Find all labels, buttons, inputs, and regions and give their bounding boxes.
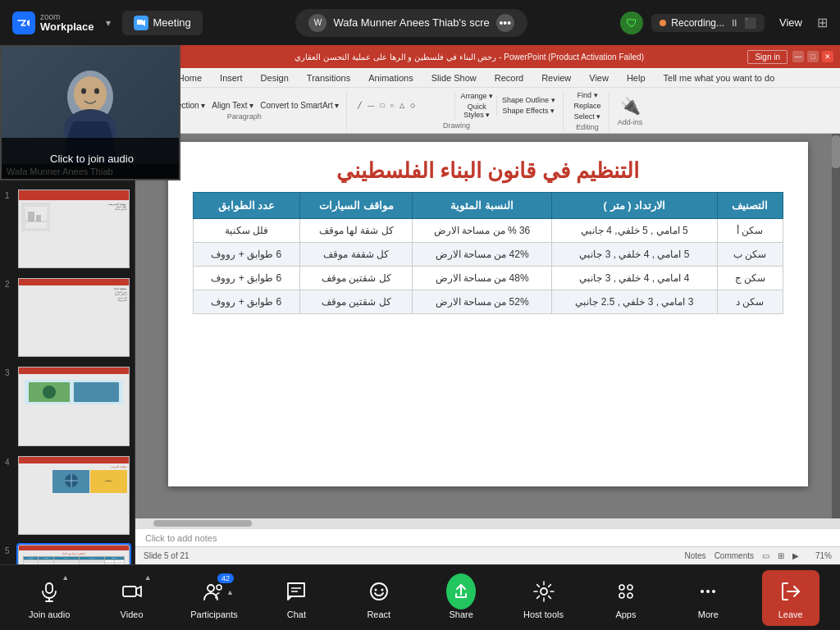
toolbar-share-icon-container <box>446 577 476 606</box>
toolbar-host-tools-icon-container <box>529 577 559 606</box>
slide-vertical-scrollbar[interactable] <box>832 134 840 518</box>
ribbon-shape-effects[interactable]: Shape Effects ▾ <box>500 106 558 116</box>
ppt-ribbon: Text Direction ▾ Align Text ▾ Convert to… <box>135 88 840 134</box>
toolbar-share[interactable]: Share <box>432 570 490 626</box>
bottom-toolbar: ▲ Join audio ▲ Video 42 ▲ Participants <box>0 564 840 630</box>
slide-1-thumb: توطئة التشريعية اطار البناءقانون البناء <box>18 189 130 268</box>
slide-thumbnails-container: 1 توطئة التشريعية اطار البناءقانون البنا… <box>3 186 131 564</box>
toolbar-video[interactable]: ▲ Video <box>103 570 161 626</box>
slide-thumbnail-3[interactable]: 3 <box>3 363 131 449</box>
ppt-view-outline[interactable]: ⊞ <box>778 551 784 560</box>
chat-label: Chat <box>287 609 306 619</box>
ribbon-replace[interactable]: Replace <box>572 101 604 111</box>
slide-number-status: Slide 5 of 21 <box>144 551 189 560</box>
ribbon-shape-5[interactable]: △ <box>397 101 407 110</box>
ppt-menu-animations[interactable]: Animations <box>365 71 416 84</box>
recording-dot <box>660 20 666 26</box>
microphone-icon <box>38 580 61 603</box>
ppt-view-slideshow[interactable]: ▶ <box>792 551 799 560</box>
ppt-menu-design[interactable]: Design <box>258 71 292 84</box>
more-icon <box>696 580 719 603</box>
ribbon-shape-4[interactable]: ○ <box>387 101 396 110</box>
recording-badge: Recording... ⏸ ⬛ <box>651 14 765 32</box>
ppt-menu-insert[interactable]: Insert <box>217 71 246 84</box>
ppt-comments-btn[interactable]: Comments <box>714 551 754 560</box>
ribbon-align-text[interactable]: Align Text ▾ <box>209 100 256 111</box>
table-row: سكن د 3 امامي , 3 خلفي , 2.5 جانبي 52% م… <box>193 290 783 314</box>
svg-point-39 <box>712 590 715 593</box>
ppt-zoom-level: 71% <box>815 551 832 560</box>
slide-panel[interactable]: Wafa Munner Anees Thiab Click to join au… <box>0 45 135 564</box>
ppt-horizontal-scrollbar[interactable] <box>135 518 840 528</box>
ribbon-group-addins: 🔌 Add-ins <box>613 91 648 130</box>
toolbar-join-audio-icon-container: ▲ <box>34 577 64 606</box>
table-cell: 52% من مساحة الارض <box>413 290 551 314</box>
ribbon-arrange[interactable]: Arrange ▾ <box>458 91 495 101</box>
ribbon-smartart[interactable]: Convert to SmartArt ▾ <box>258 100 341 111</box>
ribbon-shape-2[interactable]: — <box>365 101 377 110</box>
ppt-title-bar: P رحض البناء في فلسطين و الرها على عملية… <box>135 45 840 68</box>
react-icon <box>368 580 390 603</box>
ppt-menu-review[interactable]: Review <box>538 71 574 84</box>
slide-thumbnail-5[interactable]: 5 التنظيم في قانون البناء تصنيف ارتداد ن… <box>3 541 131 564</box>
view-button[interactable]: View <box>773 13 809 32</box>
ribbon-shape-3[interactable]: □ <box>377 101 386 110</box>
ppt-menu-help[interactable]: Help <box>623 71 649 84</box>
apps-icon <box>614 580 637 603</box>
slide-thumbnail-1[interactable]: 1 توطئة التشريعية اطار البناءقانون البنا… <box>3 186 131 272</box>
table-cell: كل شقتين موقف <box>300 267 413 290</box>
toolbar-more[interactable]: More <box>679 570 737 626</box>
toolbar-chat[interactable]: Chat <box>267 570 325 626</box>
ppt-view-normal[interactable]: ▭ <box>762 551 769 560</box>
svg-point-2 <box>74 76 107 112</box>
screen-share-title: Wafa Munner Anees Thiab's scre <box>333 16 489 29</box>
table-cell: سكن أ <box>717 219 783 243</box>
security-shield-icon: 🛡 <box>620 11 643 34</box>
meeting-button[interactable]: Meeting <box>122 11 203 35</box>
toolbar-apps[interactable]: Apps <box>597 570 655 626</box>
toolbar-react[interactable]: React <box>350 570 408 626</box>
table-cell: 6 طوابق + رووف <box>193 243 300 267</box>
svg-point-33 <box>619 585 624 590</box>
ppt-menu-record[interactable]: Record <box>491 71 527 84</box>
ribbon-shape-1[interactable]: ╱ <box>355 101 364 110</box>
ribbon-shape-fill[interactable]: Shape Outline ▾ <box>500 95 558 105</box>
ppt-notes-btn[interactable]: Notes <box>685 551 706 560</box>
svg-point-37 <box>701 590 704 593</box>
ribbon-find[interactable]: Find ▾ <box>572 90 604 100</box>
screen-more-button[interactable]: ••• <box>496 14 514 32</box>
slide-2-thumb: مخطط البناء نص المادةأحكام البناءالترخيص… <box>18 278 130 357</box>
toolbar-join-audio[interactable]: ▲ Join audio <box>21 570 78 626</box>
ribbon-shape-6[interactable]: ◇ <box>408 101 418 110</box>
ppt-menu-view[interactable]: View <box>586 71 612 84</box>
toolbar-host-tools[interactable]: Host tools <box>515 570 573 626</box>
ribbon-quick-styles[interactable]: QuickStyles ▾ <box>458 102 495 120</box>
slide-thumbnail-4[interactable]: 4 منطقة الترتيب مخطط <box>3 453 131 538</box>
ppt-notes-bar[interactable]: Click to add notes <box>135 528 840 546</box>
ppt-menu-transitions[interactable]: Transitions <box>304 71 354 84</box>
ppt-minimize-button[interactable]: — <box>792 51 804 62</box>
toolbar-leave-icon-container <box>776 577 806 606</box>
ppt-menu-slideshow[interactable]: Slide Show <box>428 71 480 84</box>
svg-point-25 <box>208 585 214 591</box>
ribbon-addins[interactable]: 🔌 <box>618 95 643 116</box>
toolbar-chat-icon-container <box>281 577 311 606</box>
leave-icon <box>779 580 802 603</box>
toolbar-react-icon-container <box>364 577 394 606</box>
share-label: Share <box>449 609 472 619</box>
table-cell: 3 امامي , 3 خلفي , 2.5 جانبي <box>551 290 717 314</box>
ppt-maximize-button[interactable]: □ <box>807 51 819 62</box>
toolbar-participants[interactable]: 42 ▲ Participants <box>185 570 243 626</box>
ppt-menu-tell-me[interactable]: Tell me what you want to do <box>660 71 833 84</box>
ppt-sign-in-button[interactable]: Sign in <box>747 50 788 64</box>
toolbar-leave[interactable]: Leave <box>762 570 819 626</box>
table-header-2: النسبة المئوية <box>413 193 551 219</box>
ppt-menu-bar: File Home Insert Design Transitions Anim… <box>135 68 840 88</box>
ppt-close-button[interactable]: ✕ <box>822 51 833 62</box>
zoom-dropdown-button[interactable]: ▾ <box>103 16 114 30</box>
table-cell: 36 % من مساحة الارض <box>413 219 551 243</box>
screen-share-title-bar: W Wafa Munner Anees Thiab's scre ••• <box>295 9 527 37</box>
slide-thumbnail-2[interactable]: 2 مخطط البناء نص المادةأحكام البناءالترخ… <box>3 275 131 360</box>
join-audio-overlay[interactable]: Click to join audio <box>2 138 135 179</box>
ribbon-select[interactable]: Select ▾ <box>572 112 604 121</box>
